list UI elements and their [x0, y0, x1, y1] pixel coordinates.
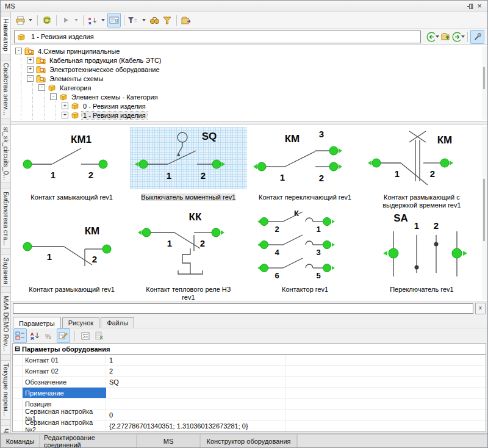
property-value[interactable]: SQ — [106, 377, 486, 387]
tree-scrollbar[interactable] — [482, 46, 487, 120]
tree-expander[interactable]: + — [62, 112, 68, 118]
tree-row[interactable]: + Кабельная продукция (Кабель ЭТС) — [11, 56, 487, 65]
symbol-tile-contact-no[interactable]: КМ1 1 2 Контакт замыкающий rev1 — [13, 127, 130, 209]
tree-row[interactable]: + 1 - Ревизия изделия — [11, 110, 487, 120]
property-value[interactable]: {2.272786701340351; 1.310360132673281; 0… — [106, 421, 486, 431]
tab-files[interactable]: Файлы — [101, 317, 134, 328]
symbol-tile-momentary-switch[interactable]: SQ 1 2 Выключатель моментный rev1 — [130, 127, 246, 209]
percent-icon[interactable]: % — [43, 329, 55, 342]
print-dropdown-icon[interactable] — [27, 13, 34, 27]
symbol-tile-contact-time-delay[interactable]: КМ 1 2 Контакт размыкающий с выдержкой в… — [364, 127, 480, 209]
property-name[interactable]: Примечание — [23, 388, 106, 398]
property-name[interactable]: Контакт 02 — [23, 366, 106, 376]
close-icon[interactable]: × — [475, 2, 484, 10]
tab-drawing[interactable]: Рисунок — [62, 317, 100, 328]
symbol-tile-contact-nc[interactable]: КМ 1 2 Контакт размыкающий rev1 — [13, 209, 130, 302]
tree-expander[interactable]: + — [27, 57, 34, 63]
left-tab-5[interactable]: МИА DEMO Rev... — [1, 292, 10, 354]
filter-dropdown-icon[interactable] — [140, 13, 148, 27]
statusbar-tab-2[interactable]: MS — [137, 435, 199, 447]
property-name[interactable]: Обозначение — [23, 377, 106, 387]
folder-up-button[interactable] — [439, 31, 452, 43]
left-tab-label: МИА DEMO Rev... — [2, 295, 10, 351]
revision-combobox[interactable]: 1 - Ревизия изделия — [14, 31, 421, 43]
pin-selection-button[interactable] — [470, 30, 484, 44]
property-value[interactable]: 0 — [106, 410, 486, 420]
left-tab-3[interactable]: Библиотека ста... — [1, 189, 10, 249]
left-tab-1[interactable]: Свойства элем... — [1, 60, 10, 118]
collapse-icon[interactable]: ⊟ — [13, 345, 22, 353]
tree-row[interactable]: - Категория — [11, 83, 487, 92]
refresh-data-icon[interactable] — [41, 13, 53, 27]
run-icon[interactable] — [60, 13, 72, 27]
edit-icon[interactable] — [57, 328, 70, 343]
clear-filter-button[interactable]: x — [475, 303, 486, 314]
property-name[interactable]: Контакт 01 — [23, 355, 106, 365]
property-pages-icon[interactable] — [79, 329, 92, 342]
tree-row[interactable]: - Элемент схемы - Категория — [11, 92, 487, 101]
property-row[interactable]: Сервисная настройка №2 {2.27278670134035… — [13, 421, 486, 432]
funnel-icon[interactable] — [161, 13, 173, 27]
statusbar-tab-0[interactable]: Команды — [1, 435, 39, 447]
tree-item-icon — [71, 102, 79, 110]
toolbar-separator — [74, 331, 75, 341]
sort-az-icon[interactable]: АЯ — [29, 329, 41, 342]
property-value[interactable]: П — [106, 432, 486, 432]
tree-row[interactable]: + 0 - Ревизия изделия — [11, 101, 487, 110]
forward-button[interactable] — [452, 31, 465, 43]
property-row[interactable]: Обозначение SQ — [13, 377, 486, 388]
symbol-tile-contactor[interactable]: К 2 1 4 3 6 5 Контактор rev1 — [247, 209, 364, 302]
tree-expander[interactable]: + — [62, 103, 68, 109]
property-value[interactable] — [106, 388, 486, 398]
library-scrollbar[interactable] — [482, 126, 487, 300]
categorized-view-icon[interactable] — [13, 328, 27, 343]
property-name[interactable]: Сервисная настройка №2 — [23, 421, 106, 431]
property-row[interactable]: Контакт 02 2 — [13, 366, 486, 377]
run-dropdown-icon[interactable] — [73, 13, 80, 27]
tree-row[interactable]: + Электротехническое оборудование — [11, 65, 487, 74]
left-tab-0[interactable]: Навигатор — [1, 16, 10, 54]
left-tab-2[interactable]: st_sk_circuits_0... — [1, 124, 10, 183]
property-row[interactable]: Примечание — [13, 388, 486, 399]
symbol-tile-contact-changeover[interactable]: КМ 1 3 2 Контакт переключающий rev1 — [247, 127, 364, 209]
symbol-tile-selector-switch[interactable]: SA 1 2 Переключатель rev1 — [364, 209, 480, 302]
library-scrollbar-thumb[interactable] — [483, 179, 485, 242]
svg-text:1: 1 — [395, 168, 400, 179]
property-value[interactable] — [106, 399, 486, 409]
tree-expander[interactable]: - — [38, 84, 45, 91]
sort-icon[interactable]: ая — [87, 13, 99, 27]
property-row[interactable]: Контакт 01 1 — [13, 355, 486, 366]
export-excel-icon[interactable]: X — [93, 329, 106, 342]
tab-parameters[interactable]: Параметры — [13, 317, 61, 328]
property-row[interactable]: Поворот П — [13, 432, 486, 432]
statusbar-tab-1[interactable]: Редактирование соединений — [40, 435, 136, 447]
back-button[interactable] — [426, 31, 439, 43]
card-view-icon[interactable] — [107, 13, 121, 27]
left-tab-6[interactable]: Текущие перем... — [1, 360, 10, 420]
symbol-tile-thermal-relay-contact[interactable]: КК 1 2 Контакт теплового реле НЗ rev1 — [130, 209, 246, 302]
property-name[interactable]: Поворот — [23, 432, 106, 432]
tree-expander[interactable]: - — [15, 48, 22, 54]
property-value[interactable]: 2 — [106, 366, 486, 376]
tree-expander[interactable]: + — [27, 66, 34, 73]
svg-text:=: = — [134, 18, 137, 23]
filter-input[interactable] — [13, 303, 473, 314]
statusbar-tab-3[interactable]: Конструктор оборудования — [201, 435, 296, 447]
property-value[interactable]: 1 — [106, 355, 486, 365]
pin-icon[interactable] — [465, 2, 475, 10]
component-icon — [59, 93, 68, 101]
find-icon[interactable] — [148, 13, 160, 27]
tree-expander[interactable]: - — [50, 93, 57, 100]
tree-expander[interactable]: - — [27, 75, 34, 82]
sort-dropdown-icon[interactable] — [99, 13, 107, 27]
tree-row[interactable]: - 4.Схемы принципиальные — [11, 46, 487, 56]
property-category-header[interactable]: ⊟ Параметры оборудования — [13, 344, 486, 355]
tree-scrollbar-thumb[interactable] — [483, 67, 485, 89]
left-tab-4[interactable]: Задания — [1, 255, 10, 287]
print-icon[interactable] — [14, 13, 26, 27]
property-row-gutter — [13, 366, 23, 376]
tree-row[interactable]: - Элементы схемы — [11, 74, 487, 83]
component-icon — [71, 111, 79, 119]
filter-condition-icon[interactable]: = — [127, 13, 140, 27]
export-icon[interactable] — [180, 13, 192, 27]
